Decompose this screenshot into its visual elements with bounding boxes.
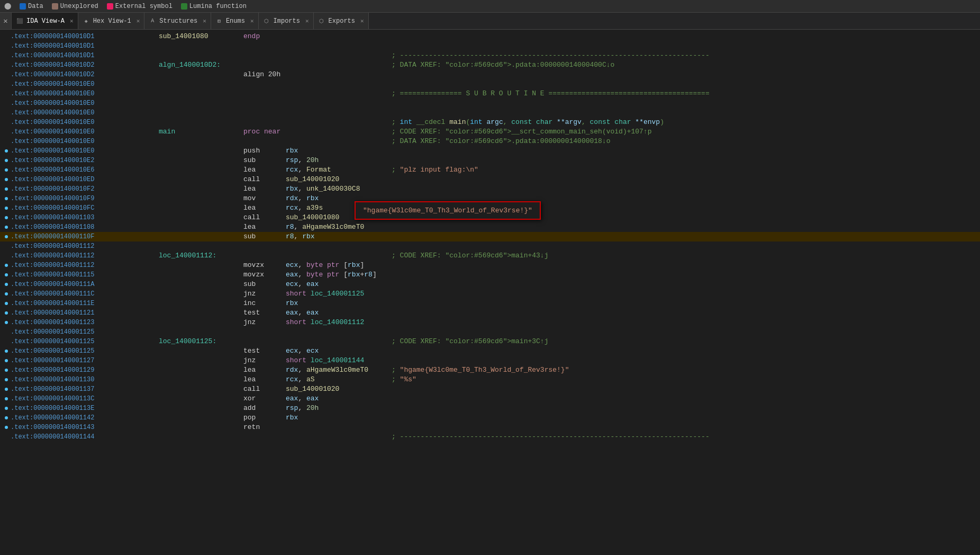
code-address: .text:0000000140001112 — [11, 241, 159, 251]
code-operand: rbx, unk_1400030C8 — [286, 184, 392, 194]
code-address: .text:000000014000111C — [11, 289, 159, 299]
line-dot — [2, 273, 11, 276]
table-row[interactable]: .text:00000001400010D1; ----------------… — [0, 51, 980, 60]
tab-imports[interactable]: ⬡ Imports ✕ — [259, 13, 314, 30]
code-address: .text:00000001400010D1 — [11, 51, 159, 60]
dot-indicator — [5, 283, 8, 286]
table-row[interactable]: .text:000000014000111Asubecx, eax — [0, 280, 980, 289]
tab-hex-view[interactable]: ◈ Hex View-1 ✕ — [78, 13, 145, 30]
table-row[interactable]: .text:0000000140001121testeax, eax — [0, 308, 980, 318]
dot-indicator — [5, 187, 8, 191]
code-area[interactable]: .text:00000001400010D1sub_14001080endp.t… — [0, 30, 980, 555]
table-row[interactable]: .text:00000001400010E0mainproc near; COD… — [0, 127, 980, 137]
code-mnemonic: pop — [243, 413, 286, 423]
table-row[interactable]: .text:00000001400010E0; =============== … — [0, 89, 980, 99]
code-address: .text:00000001400010ED — [11, 175, 159, 184]
code-operand: rbx — [286, 146, 392, 156]
tab-close-button[interactable]: ✕ — [0, 13, 12, 30]
table-row[interactable]: .text:0000000140001125 — [0, 327, 980, 337]
line-dot — [2, 207, 11, 210]
code-label: loc_140001112: — [159, 251, 243, 261]
table-row[interactable]: .text:0000000140001123jnzshort loc_14000… — [0, 318, 980, 327]
table-row[interactable]: .text:00000001400010D1sub_14001080endp — [0, 32, 980, 41]
code-mnemonic: movzx — [243, 261, 286, 270]
code-operand: rdx, aHgameW3lc0meT0 — [286, 365, 392, 375]
line-dot — [2, 226, 11, 229]
tab-export-close[interactable]: ✕ — [360, 17, 364, 24]
code-operand: eax, eax — [286, 394, 392, 404]
table-row[interactable]: .text:0000000140001112movzxecx, byte ptr… — [0, 261, 980, 270]
code-comment: ; "plz input flag:\n" — [392, 165, 478, 175]
table-row[interactable]: .text:0000000140001125testecx, ecx — [0, 346, 980, 356]
table-row[interactable]: .text:0000000140001125loc_140001125:; CO… — [0, 337, 980, 346]
table-row[interactable]: .text:0000000140001115movzxeax, byte ptr… — [0, 270, 980, 280]
dot-indicator — [5, 235, 8, 238]
table-row[interactable]: .text:0000000140001143retn — [0, 423, 980, 432]
table-row[interactable]: .text:00000001400010E0 — [0, 79, 980, 89]
tab-ida-view[interactable]: ⬛ IDA View-A ✕ — [12, 13, 78, 30]
code-address: .text:00000001400010FC — [11, 203, 159, 213]
table-row[interactable]: .text:00000001400010D2align 20h — [0, 70, 980, 79]
table-row[interactable]: .text:00000001400010EDcallsub_140001020 — [0, 175, 980, 184]
code-mnemonic: jnz — [243, 318, 286, 327]
tab-enums[interactable]: ⊞ Enums ✕ — [211, 13, 259, 30]
line-dot — [2, 187, 11, 191]
code-mnemonic: push — [243, 146, 286, 156]
table-row[interactable]: .text:00000001400010E0pushrbx — [0, 146, 980, 156]
table-row[interactable]: .text:00000001400010D2algn_1400010D2:; D… — [0, 60, 980, 70]
code-address: .text:00000001400010D2 — [11, 70, 159, 79]
table-row[interactable]: .text:0000000140001127jnzshort loc_14000… — [0, 356, 980, 365]
code-operand: r8, rbx — [286, 232, 392, 241]
code-mnemonic: sub — [243, 280, 286, 289]
legend-text-unexplored: Unexplored — [60, 3, 98, 10]
tab-struct-icon: A — [149, 17, 156, 25]
table-row[interactable]: .text:0000000140001142poprbx — [0, 413, 980, 423]
table-row[interactable]: .text:0000000140001108lear8, aHgameW3lc0… — [0, 222, 980, 232]
table-row[interactable]: .text:0000000140001112loc_140001112:; CO… — [0, 251, 980, 261]
line-dot — [2, 178, 11, 181]
code-address: .text:0000000140001144 — [11, 432, 159, 442]
table-row[interactable]: .text:000000014000110Fsubr8, rbx — [0, 232, 980, 241]
dot-indicator — [5, 292, 8, 296]
code-address: .text:00000001400010E0 — [11, 79, 159, 89]
code-comment: ; CODE XREF: "color:#569cd6">main+3C↑j — [392, 337, 548, 346]
code-address: .text:0000000140001112 — [11, 251, 159, 261]
table-row[interactable]: .text:000000014000113Eaddrsp, 20h — [0, 404, 980, 413]
code-operand: short loc_140001112 — [286, 318, 392, 327]
tab-hex-close[interactable]: ✕ — [137, 17, 140, 24]
table-row[interactable]: .text:000000014000111Eincrbx — [0, 299, 980, 308]
table-row[interactable]: .text:0000000140001144; ----------------… — [0, 432, 980, 442]
table-row[interactable]: .text:0000000140001130learcx, aS; "%s" — [0, 375, 980, 384]
legend-text-lumina: Lumina function — [189, 3, 247, 10]
table-row[interactable]: .text:000000014000111Cjnzshort loc_14000… — [0, 289, 980, 299]
tab-import-close[interactable]: ✕ — [305, 17, 309, 24]
table-row[interactable]: .text:00000001400010F2learbx, unk_140003… — [0, 184, 980, 194]
tab-exports[interactable]: ⬡ Exports ✕ — [314, 13, 369, 30]
code-comment: ; "hgame{W3lc0me_T0_Th3_World_of_Rev3rse… — [392, 365, 569, 375]
table-row[interactable]: .text:000000014000113Cxoreax, eax — [0, 394, 980, 404]
line-dot — [2, 302, 11, 305]
tab-structures[interactable]: A Structures ✕ — [144, 13, 211, 30]
table-row[interactable]: .text:00000001400010D1 — [0, 41, 980, 51]
table-row[interactable]: .text:0000000140001129leardx, aHgameW3lc… — [0, 365, 980, 375]
table-row[interactable]: .text:00000001400010E6learcx, Format; "p… — [0, 165, 980, 175]
tab-struct-close[interactable]: ✕ — [203, 17, 206, 24]
table-row[interactable]: .text:0000000140001112 — [0, 241, 980, 251]
dot-indicator — [5, 350, 8, 353]
table-row[interactable]: .text:00000001400010E0; int __cdecl main… — [0, 118, 980, 127]
table-row[interactable]: .text:00000001400010E0; DATA XREF: "colo… — [0, 137, 980, 146]
table-row[interactable]: .text:00000001400010E2subrsp, 20h — [0, 156, 980, 165]
dot-indicator — [5, 359, 8, 362]
table-row[interactable]: .text:00000001400010E0 — [0, 99, 980, 108]
tab-enum-close[interactable]: ✕ — [250, 17, 254, 24]
table-row[interactable]: .text:0000000140001137callsub_140001020 — [0, 384, 980, 394]
code-address: .text:00000001400010F9 — [11, 194, 159, 203]
code-address: .text:0000000140001137 — [11, 384, 159, 394]
code-address: .text:0000000140001130 — [11, 375, 159, 384]
tab-ida-close[interactable]: ✕ — [70, 17, 74, 24]
code-address: .text:0000000140001127 — [11, 356, 159, 365]
dot-indicator — [5, 149, 8, 153]
code-address: .text:0000000140001121 — [11, 308, 159, 318]
table-row[interactable]: .text:00000001400010E0 — [0, 108, 980, 118]
line-dot — [2, 426, 11, 429]
